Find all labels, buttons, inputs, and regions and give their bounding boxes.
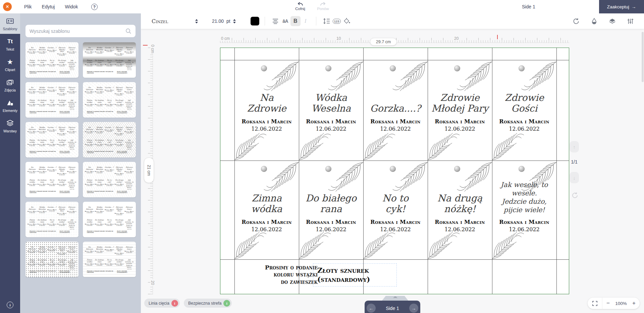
search-input[interactable] <box>30 28 125 34</box>
redo-button[interactable]: Ponów <box>313 1 333 11</box>
adjust-sliders-icon[interactable] <box>625 16 635 26</box>
info-icon[interactable]: i <box>7 302 13 308</box>
font-size-value[interactable]: 21.00 <box>212 18 224 24</box>
tag-couple-names[interactable]: Roksana i Marcin <box>363 118 428 125</box>
label-cell[interactable]: Do białego ranaRoksana i Marcin12.06.202… <box>299 161 363 259</box>
sidebar-item-warstwy[interactable]: Warstwy <box>0 116 20 136</box>
tag-title[interactable]: No to cyk! <box>363 179 428 214</box>
tag-couple-names[interactable]: Roksana i Marcin <box>428 219 492 225</box>
template-thumbnail-3[interactable]: Na ZdrowieRoksana i Marcin12.06.2022Wódk… <box>25 82 78 118</box>
label-cell[interactable]: Zdrowie GościRoksana i Marcin12.06.2022 <box>492 60 556 161</box>
help-icon[interactable]: ? <box>91 4 98 10</box>
label-cell[interactable]: Wódka WeselnaRoksana i Marcin12.06.2022 <box>299 60 363 161</box>
cut-line-toggle[interactable]: Linia cięcia i <box>144 299 180 308</box>
label-cell[interactable]: Zdrowie Młodej ParyRoksana i Marcin12.06… <box>428 60 492 161</box>
zoom-in-button[interactable]: + <box>628 300 640 307</box>
selected-text-element[interactable]: Złoty sznurek (standardowy) <box>313 263 397 287</box>
label-cell[interactable]: Na ZdrowieRoksana i Marcin12.06.2022 <box>234 60 299 161</box>
layers-order-icon[interactable] <box>607 16 617 26</box>
accept-button[interactable]: Zaakceptuj → <box>599 0 644 13</box>
label-cell[interactable]: No to cyk!Roksana i Marcin12.06.2022 <box>363 161 428 259</box>
tag-couple-names[interactable]: Roksana i Marcin <box>492 219 556 225</box>
undo-button[interactable]: Cofnij <box>290 1 310 11</box>
tag-date[interactable]: 12.06.2022 <box>299 126 363 132</box>
template-thumbnail-7[interactable]: Na ZdrowieRoksana i Marcin12.06.2022Wódk… <box>25 162 78 197</box>
tag-date[interactable]: 12.06.2022 <box>428 126 492 132</box>
tag-title[interactable]: Zimna wódka <box>234 179 299 214</box>
tag-title[interactable]: Zdrowie Gości <box>492 79 556 114</box>
page-up-button[interactable]: ↑ <box>570 141 579 152</box>
rotate-page-icon[interactable] <box>571 191 580 200</box>
zoom-out-button[interactable]: − <box>602 300 614 307</box>
menu-plik[interactable]: Plik <box>24 4 32 9</box>
tag-title[interactable]: Na drugą nóżkę! <box>428 179 492 214</box>
fill-bucket-icon[interactable] <box>342 16 352 26</box>
template-thumbnail-6[interactable]: Na ZdrowieRoksana i Marcin12.06.2022Wódk… <box>83 122 136 158</box>
tag-title[interactable]: Gorzka....? <box>363 79 428 114</box>
menu-widok[interactable]: Widok <box>65 4 78 9</box>
sidebar-item-tekst[interactable]: TtTekst <box>0 34 20 54</box>
safe-zone-toggle[interactable]: Bezpieczna strefa i <box>184 299 232 308</box>
tag-title[interactable]: Na Zdrowie <box>234 79 299 114</box>
next-side-button[interactable]: → <box>409 304 418 313</box>
numbered-list-icon[interactable]: 123 <box>332 16 342 26</box>
text-color-swatch[interactable] <box>251 17 259 25</box>
template-thumbnail-2[interactable]: Na ZdrowieRoksana i Marcin12.06.2022Wódk… <box>83 42 136 78</box>
sidebar-item-zdjecia[interactable]: Zdjęcia <box>0 75 20 95</box>
tag-couple-names[interactable]: Roksana i Marcin <box>299 118 363 125</box>
template-thumbnail-8[interactable]: Na ZdrowieRoksana i Marcin12.06.2022Wódk… <box>83 162 136 197</box>
italic-button[interactable]: I <box>301 16 311 26</box>
ribbon-note-text[interactable]: Prosimy o podanie koloru wstążki do zawi… <box>237 264 318 286</box>
letter-spacing-icon[interactable]: āA <box>280 16 290 26</box>
template-search[interactable] <box>25 25 136 37</box>
bold-button[interactable]: B <box>290 16 301 26</box>
tag-title[interactable]: Wódka Weselna <box>299 79 363 114</box>
font-size-control[interactable]: 21.00 pt <box>212 18 236 24</box>
tag-date[interactable]: 12.06.2022 <box>234 126 299 132</box>
tag-date[interactable]: 12.06.2022 <box>492 226 556 233</box>
tag-title[interactable]: Do białego rana <box>299 179 363 214</box>
refresh-icon[interactable] <box>571 16 581 26</box>
font-family-select[interactable]: Cinzel <box>152 18 198 24</box>
tag-date[interactable]: 12.06.2022 <box>363 126 428 132</box>
sidebar-item-clipart[interactable]: ★Clipart <box>0 54 20 75</box>
sidebar-item-elementy[interactable]: Elementy <box>0 95 20 116</box>
tag-couple-names[interactable]: Roksana i Marcin <box>363 219 428 225</box>
template-thumbnail-10[interactable]: Na ZdrowieRoksana i Marcin12.06.2022Wódk… <box>83 202 136 237</box>
page-down-button[interactable]: ↓ <box>570 172 579 183</box>
tag-date[interactable]: 12.06.2022 <box>363 226 428 233</box>
size-spinner-icon[interactable] <box>233 19 236 23</box>
pages-expander[interactable] <box>378 296 412 301</box>
design-canvas[interactable]: Na ZdrowieRoksana i Marcin12.06.2022Wódk… <box>220 48 569 294</box>
tag-date[interactable]: 12.06.2022 <box>299 226 363 233</box>
tag-date[interactable]: 12.06.2022 <box>492 126 556 132</box>
font-spinner-icon[interactable] <box>195 19 198 23</box>
label-cell[interactable]: Zimna wódkaRoksana i Marcin12.06.2022 <box>234 161 299 259</box>
tag-couple-names[interactable]: Roksana i Marcin <box>428 118 492 125</box>
template-thumbnail-11[interactable]: Na ZdrowieRoksana i Marcin12.06.2022Wódk… <box>25 242 78 277</box>
tag-date[interactable]: 12.06.2022 <box>428 226 492 233</box>
cut-line-info-icon[interactable]: i <box>171 300 178 307</box>
template-thumbnail-4[interactable]: Na ZdrowieRoksana i Marcin12.06.2022Wódk… <box>83 82 136 118</box>
tag-couple-names[interactable]: Roksana i Marcin <box>234 219 299 225</box>
tag-couple-names[interactable]: Roksana i Marcin <box>234 118 299 125</box>
close-icon[interactable]: ✕ <box>3 2 12 11</box>
tag-couple-names[interactable]: Roksana i Marcin <box>492 118 556 125</box>
label-cell[interactable]: Gorzka....?Roksana i Marcin12.06.2022 <box>363 60 428 161</box>
tag-date[interactable]: 12.06.2022 <box>234 226 299 233</box>
label-cell[interactable]: Jak wesele, to wesele. Jedzcie dużo, pij… <box>492 161 556 259</box>
opacity-drop-icon[interactable] <box>589 16 599 26</box>
tag-title[interactable]: Jak wesele, to wesele. Jedzcie dużo, pij… <box>492 179 556 214</box>
align-center-icon[interactable] <box>270 16 280 26</box>
template-thumbnail-5[interactable]: Na ZdrowieRoksana i Marcin12.06.2022Wódk… <box>25 122 78 158</box>
line-height-icon[interactable] <box>322 16 332 26</box>
tag-couple-names[interactable]: Roksana i Marcin <box>299 219 363 225</box>
prev-side-button[interactable]: ← <box>367 304 376 313</box>
menu-edytuj[interactable]: Edytuj <box>42 4 55 9</box>
fullscreen-icon[interactable] <box>588 298 602 309</box>
sidebar-item-szablony[interactable]: Szablony <box>0 13 20 34</box>
template-thumbnail-1[interactable]: Na ZdrowieRoksana i Marcin12.06.2022Wódk… <box>25 42 78 78</box>
template-thumbnail-12[interactable]: Na ZdrowieRoksana i Marcin12.06.2022Wódk… <box>83 242 136 277</box>
label-cell[interactable]: Na drugą nóżkę!Roksana i Marcin12.06.202… <box>428 161 492 259</box>
scrollbar[interactable] <box>642 32 644 82</box>
